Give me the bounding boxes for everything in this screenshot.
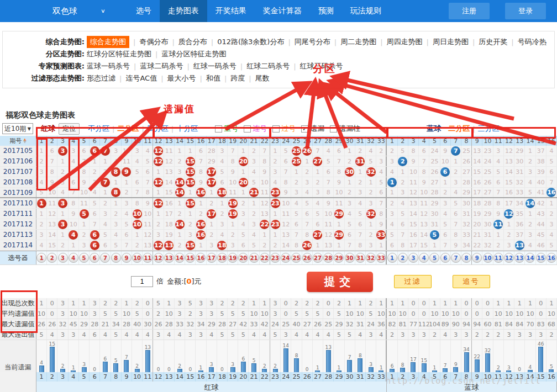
blue-pick-button[interactable]: 6 xyxy=(440,253,450,263)
chart-link[interactable]: 红球三码杀号 xyxy=(300,61,343,71)
checkbox[interactable] xyxy=(215,125,222,133)
chase-button[interactable]: 追号 xyxy=(453,275,490,288)
chart-link[interactable]: 和值 xyxy=(206,73,220,83)
chart-link[interactable]: 蓝球分区特征走势图 xyxy=(161,49,226,59)
chart-link[interactable]: 周日走势图 xyxy=(433,37,469,47)
checkbox-option[interactable]: 连号 xyxy=(244,124,267,134)
checkbox[interactable] xyxy=(272,125,280,133)
filter-button[interactable]: 过滤 xyxy=(394,275,432,288)
red-pick-button[interactable]: 23 xyxy=(270,253,280,263)
partition-option[interactable]: 三分区 xyxy=(478,124,500,134)
blue-pick-button[interactable]: 12 xyxy=(504,253,514,263)
chart-link[interactable]: 奇偶分布 xyxy=(139,37,168,47)
red-pick-button[interactable]: 18 xyxy=(217,253,227,263)
partition-option[interactable]: 二分区 xyxy=(448,124,470,134)
register-button[interactable]: 注册 xyxy=(449,3,490,19)
red-pick-button[interactable]: 17 xyxy=(207,253,217,263)
submit-button[interactable]: 提交 xyxy=(307,272,373,292)
red-pick-button[interactable]: 4 xyxy=(69,253,78,263)
red-pick-button[interactable]: 29 xyxy=(334,253,344,263)
chart-link[interactable]: 012路(除3余数)分布 xyxy=(217,37,284,47)
chart-link[interactable]: 红球二码杀号 xyxy=(246,61,290,71)
period-range-select[interactable]: 近10期 ▼ xyxy=(2,123,33,134)
chart-link[interactable]: 最大小号 xyxy=(167,73,196,83)
blue-pick-button[interactable]: 11 xyxy=(493,253,503,263)
red-pick-button[interactable]: 21 xyxy=(249,253,259,263)
blue-pick-button[interactable]: 4 xyxy=(419,253,429,263)
nav-item[interactable]: 预测 xyxy=(310,0,342,22)
red-pick-button[interactable]: 27 xyxy=(313,253,323,263)
red-pick-button[interactable]: 10 xyxy=(132,253,142,263)
checkbox-option[interactable]: 遗漏柱 xyxy=(330,124,360,134)
red-pick-button[interactable]: 15 xyxy=(185,253,195,263)
nav-item[interactable]: 玩法规则 xyxy=(342,0,390,22)
red-pick-button[interactable]: 16 xyxy=(196,253,206,263)
chart-link[interactable]: 连号AC值 xyxy=(125,73,157,83)
red-pick-button[interactable]: 6 xyxy=(90,253,99,263)
partition-option[interactable]: 二分区 xyxy=(117,124,139,134)
checkbox-option[interactable]: 过号 xyxy=(272,124,296,134)
red-pick-button[interactable]: 13 xyxy=(164,253,174,263)
checkbox-option[interactable]: ✓遗漏 xyxy=(301,124,324,134)
blue-pick-button[interactable]: 10 xyxy=(483,253,493,263)
red-pick-button[interactable]: 32 xyxy=(366,253,376,263)
partition-option[interactable]: 十分区 xyxy=(176,124,198,134)
red-pick-button[interactable]: 19 xyxy=(228,253,238,263)
red-pick-button[interactable]: 5 xyxy=(79,253,89,263)
chart-link[interactable]: 同尾号分布 xyxy=(295,37,330,47)
red-pick-button[interactable]: 3 xyxy=(58,253,68,263)
period-sort-header[interactable]: 期号▲▼ xyxy=(0,136,36,146)
blue-pick-button[interactable]: 9 xyxy=(472,253,482,263)
multiplier-input[interactable] xyxy=(131,276,153,287)
red-pick-button[interactable]: 2 xyxy=(47,253,57,263)
checkbox[interactable] xyxy=(244,125,251,133)
red-pick-button[interactable]: 20 xyxy=(238,253,248,263)
chart-link[interactable]: 综合走势图 xyxy=(87,36,129,48)
lottery-type-dropdown[interactable]: 双色球 ∨ xyxy=(52,6,106,17)
red-pick-button[interactable]: 25 xyxy=(291,253,301,263)
partition-option[interactable]: 四分区 xyxy=(147,124,169,134)
partition-option[interactable]: 不分区 xyxy=(88,124,109,134)
red-pick-button[interactable]: 12 xyxy=(154,253,164,263)
nav-item[interactable]: 开奖结果 xyxy=(207,0,255,22)
blue-pick-button[interactable]: 15 xyxy=(536,253,546,263)
red-pick-button[interactable]: 7 xyxy=(100,253,110,263)
red-pick-button[interactable]: 30 xyxy=(345,253,355,263)
chart-link[interactable]: 周四走势图 xyxy=(387,37,423,47)
blue-pick-button[interactable]: 3 xyxy=(408,253,418,263)
red-pick-button[interactable]: 1 xyxy=(36,253,46,263)
checkbox[interactable]: ✓ xyxy=(301,125,308,133)
chart-link[interactable]: 蓝球一码杀号 xyxy=(87,61,130,71)
blue-pick-button[interactable]: 16 xyxy=(547,253,556,263)
blue-pick-button[interactable]: 8 xyxy=(461,253,471,263)
blue-pick-button[interactable]: 14 xyxy=(525,253,535,263)
checkbox[interactable] xyxy=(330,125,337,133)
login-button[interactable]: 登录 xyxy=(505,3,546,19)
blue-pick-button[interactable]: 7 xyxy=(451,253,461,263)
chart-link[interactable]: 尾数 xyxy=(255,73,270,83)
checkbox-option[interactable]: 重号 xyxy=(215,124,238,134)
red-pick-button[interactable]: 28 xyxy=(323,253,333,263)
chart-link[interactable]: 历史开奖 xyxy=(479,37,507,47)
blue-pick-button[interactable]: 13 xyxy=(514,253,524,263)
blue-pick-button[interactable]: 1 xyxy=(387,253,397,263)
nav-item[interactable]: 奖金计算器 xyxy=(255,0,310,22)
nav-item[interactable]: 选号 xyxy=(128,0,160,22)
blue-pick-button[interactable]: 2 xyxy=(398,253,408,263)
red-pick-button[interactable]: 31 xyxy=(355,253,365,263)
position-button[interactable]: 定位 xyxy=(59,123,80,135)
chart-link[interactable]: 号码冷热 xyxy=(518,37,547,47)
red-pick-button[interactable]: 22 xyxy=(260,253,270,263)
blue-pick-button[interactable]: 5 xyxy=(429,253,439,263)
chart-link[interactable]: 蓝球二码杀号 xyxy=(140,61,183,71)
red-pick-button[interactable]: 26 xyxy=(302,253,312,263)
red-pick-button[interactable]: 33 xyxy=(376,253,386,263)
chart-link[interactable]: 红球一码杀号 xyxy=(193,61,237,71)
chart-link[interactable]: 形态过滤 xyxy=(87,73,115,83)
red-pick-button[interactable]: 14 xyxy=(175,253,185,263)
red-pick-button[interactable]: 24 xyxy=(281,253,291,263)
red-pick-button[interactable]: 9 xyxy=(122,253,132,263)
nav-item[interactable]: 走势图表 xyxy=(160,0,207,22)
chart-link[interactable]: 周二走势图 xyxy=(340,37,376,47)
chart-link[interactable]: 质合分布 xyxy=(178,37,207,47)
